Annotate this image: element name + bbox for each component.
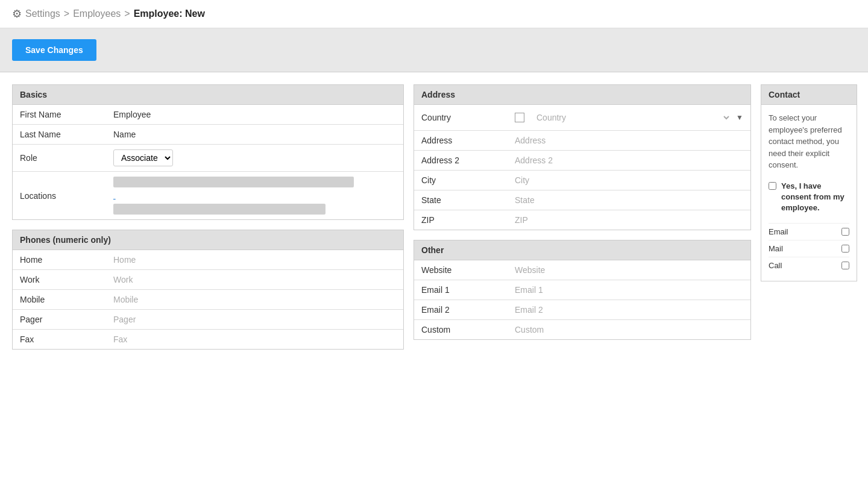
last-name-input[interactable] xyxy=(113,130,396,139)
last-name-cell[interactable] xyxy=(106,125,403,145)
website-cell[interactable] xyxy=(508,260,750,280)
work-phone-cell[interactable] xyxy=(106,270,403,290)
country-checkbox[interactable] xyxy=(515,113,524,122)
location-link[interactable] xyxy=(113,191,396,200)
consent-row: Yes, I have consent from my employee. xyxy=(769,181,849,214)
state-input[interactable] xyxy=(515,195,743,205)
address-section: Address Country Country United States Ca… xyxy=(414,84,751,230)
email1-cell[interactable] xyxy=(508,280,750,300)
address-header: Address xyxy=(414,85,750,105)
table-row: Website xyxy=(414,260,750,280)
custom-cell[interactable] xyxy=(508,320,750,340)
fax-label: Fax xyxy=(13,330,106,350)
table-row: Email 2 xyxy=(414,300,750,320)
email-checkbox[interactable] xyxy=(841,228,849,236)
table-row: Last Name xyxy=(13,125,403,145)
city-label: City xyxy=(414,171,508,190)
other-section: Other Website Email 1 Email 2 xyxy=(414,240,751,340)
table-row: ZIP xyxy=(414,210,750,230)
chevron-down-icon: ▼ xyxy=(736,113,743,122)
consent-checkbox[interactable] xyxy=(769,182,776,190)
mobile-phone-input[interactable] xyxy=(113,295,396,304)
state-cell[interactable] xyxy=(508,190,750,210)
table-row: City xyxy=(414,171,750,190)
zip-cell[interactable] xyxy=(508,210,750,230)
table-row: Role Associate Manager Admin xyxy=(13,145,403,172)
top-nav: ⚙ Settings > Employees > Employee: New xyxy=(0,0,868,28)
role-cell[interactable]: Associate Manager Admin xyxy=(106,145,403,172)
email-option-label: Email xyxy=(769,227,788,236)
email1-input[interactable] xyxy=(515,285,743,295)
fax-input[interactable] xyxy=(113,334,396,344)
middle-column: Address Country Country United States Ca… xyxy=(414,84,751,340)
breadcrumb-sep-1: > xyxy=(64,8,69,19)
other-header: Other xyxy=(414,240,750,260)
mobile-phone-cell[interactable] xyxy=(106,290,403,310)
toolbar: Save Changes xyxy=(0,28,868,72)
table-row: Custom xyxy=(414,320,750,340)
address-cell[interactable] xyxy=(508,131,750,151)
website-input[interactable] xyxy=(515,265,743,275)
contact-section: Contact To select your employee's prefer… xyxy=(761,84,857,281)
work-phone-label: Work xyxy=(13,270,106,290)
save-changes-button[interactable]: Save Changes xyxy=(12,39,96,61)
address2-cell[interactable] xyxy=(508,151,750,171)
call-option-label: Call xyxy=(769,261,782,270)
fax-cell[interactable] xyxy=(106,330,403,350)
custom-input[interactable] xyxy=(515,325,743,334)
city-cell[interactable] xyxy=(508,171,750,190)
custom-label: Custom xyxy=(414,320,508,340)
first-name-label: First Name xyxy=(13,105,106,125)
city-input[interactable] xyxy=(515,175,743,185)
address-input[interactable] xyxy=(515,136,743,145)
locations-cell xyxy=(106,172,403,220)
first-name-cell[interactable] xyxy=(106,105,403,125)
call-checkbox[interactable] xyxy=(841,262,849,269)
home-phone-input[interactable] xyxy=(113,255,396,265)
last-name-label: Last Name xyxy=(13,125,106,145)
basics-section: Basics First Name Last Name Role xyxy=(12,84,404,220)
table-row: Address 2 xyxy=(414,151,750,171)
table-row: Email 1 xyxy=(414,280,750,300)
table-row: State xyxy=(414,190,750,210)
email2-cell[interactable] xyxy=(508,300,750,320)
pager-input[interactable] xyxy=(113,315,396,324)
contact-body: To select your employee's preferred cont… xyxy=(761,105,857,281)
locations-label: Locations xyxy=(13,172,106,220)
table-row: Pager xyxy=(13,310,403,330)
table-row: Locations xyxy=(13,172,403,220)
role-select[interactable]: Associate Manager Admin xyxy=(113,149,173,166)
address-label: Address xyxy=(414,131,508,151)
country-label: Country xyxy=(414,105,508,131)
role-label: Role xyxy=(13,145,106,172)
email2-input[interactable] xyxy=(515,305,743,315)
consent-label: Yes, I have consent from my employee. xyxy=(781,181,849,214)
mail-checkbox[interactable] xyxy=(841,245,849,253)
other-table: Website Email 1 Email 2 xyxy=(414,260,750,339)
work-phone-input[interactable] xyxy=(113,275,396,284)
right-column: Contact To select your employee's prefer… xyxy=(761,84,857,281)
breadcrumb-sep-2: > xyxy=(124,8,130,19)
email-option-row: Email xyxy=(769,223,849,240)
country-container: Country United States Canada United King… xyxy=(515,110,743,125)
breadcrumb-employees[interactable]: Employees xyxy=(73,8,121,19)
contact-header: Contact xyxy=(761,85,857,105)
location-bar-1 xyxy=(113,177,354,187)
phones-section: Phones (numeric only) Home Work Mobile xyxy=(12,230,404,350)
pager-cell[interactable] xyxy=(106,310,403,330)
pager-label: Pager xyxy=(13,310,106,330)
home-phone-cell[interactable] xyxy=(106,250,403,270)
address2-input[interactable] xyxy=(515,155,743,165)
zip-input[interactable] xyxy=(515,215,743,225)
contact-description: To select your employee's preferred cont… xyxy=(769,112,849,171)
breadcrumb-settings[interactable]: Settings xyxy=(25,8,60,19)
table-row: Address xyxy=(414,131,750,151)
first-name-input[interactable] xyxy=(113,110,396,119)
country-cell[interactable]: Country United States Canada United King… xyxy=(508,105,750,131)
country-select[interactable]: Country United States Canada United King… xyxy=(529,110,731,125)
breadcrumb-current: Employee: New xyxy=(134,8,205,19)
left-column: Basics First Name Last Name Role xyxy=(12,84,404,350)
table-row: First Name xyxy=(13,105,403,125)
basics-header: Basics xyxy=(13,85,403,105)
email1-label: Email 1 xyxy=(414,280,508,300)
